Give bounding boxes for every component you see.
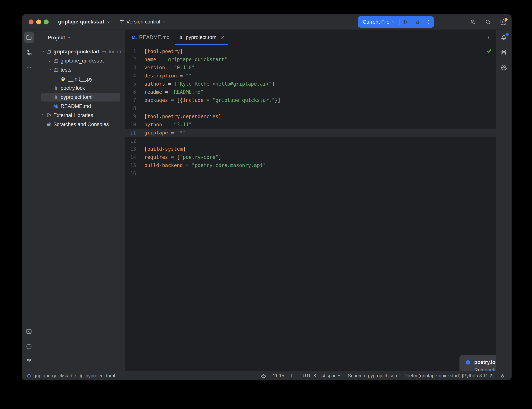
tree-item-label: poetry.lock <box>61 85 85 91</box>
chevron-down-icon[interactable] <box>46 68 53 72</box>
chevron-down-icon[interactable] <box>39 50 46 54</box>
code-line-text <box>143 169 496 177</box>
notifications-badge <box>506 33 509 36</box>
vcs-selector-label: Version control <box>127 19 160 25</box>
code-line-10[interactable]: 10python = "^3.11" <box>125 121 496 129</box>
code-line-2[interactable]: 2name = "griptape-quickstart" <box>125 55 496 64</box>
vcs-selector[interactable]: Version control <box>119 19 166 25</box>
svg-text:[T]: [T] <box>56 88 58 90</box>
tree-item-external-libraries[interactable]: External Libraries <box>36 111 125 120</box>
tree-item-poetry-lock[interactable]: [T]poetry.lock <box>36 84 125 93</box>
notifications-bell-icon[interactable] <box>498 32 509 43</box>
git-branch-icon <box>119 19 125 25</box>
code-line-text: requires = ["poetry-core"] <box>143 153 496 161</box>
breadcrumb-file[interactable]: pyproject.toml <box>86 373 115 379</box>
chevron-down-icon <box>67 36 71 40</box>
code-line-6[interactable]: 6readme = "README.md" <box>125 88 496 96</box>
terminal-tool-icon[interactable] <box>24 326 34 337</box>
tree-item-label: tests <box>61 67 71 73</box>
status-schema[interactable]: Schema: pyproject.json <box>348 373 397 379</box>
code-line-9[interactable]: 9[tool.poetry.dependencies] <box>125 112 496 121</box>
project-tree: griptape-quickstart~/Documegriptape_quic… <box>36 47 125 129</box>
chevron-right-icon[interactable] <box>39 113 46 117</box>
status-indent[interactable]: 4 spaces <box>322 373 341 379</box>
run-configuration-selector[interactable]: Current File <box>358 19 399 25</box>
project-panel-header[interactable]: Project <box>36 30 125 46</box>
code-line-7[interactable]: 7packages = [{include = "griptape_quicks… <box>125 96 496 104</box>
python-icon <box>60 76 66 82</box>
svg-text:[T]: [T] <box>56 97 58 99</box>
line-number: 14 <box>125 153 143 161</box>
project-selector-label: griptape-quickstart <box>58 19 104 25</box>
search-icon[interactable] <box>485 19 492 25</box>
line-number: 12 <box>125 137 143 145</box>
project-tool-icon[interactable] <box>24 32 34 43</box>
close-window-button[interactable] <box>28 19 34 24</box>
settings-gear-icon[interactable] <box>500 19 507 25</box>
status-line-ending[interactable]: LF <box>291 373 296 379</box>
run-button[interactable] <box>399 19 412 25</box>
code-line-text: griptape = "*" <box>143 129 496 137</box>
close-tab-icon[interactable]: ✕ <box>220 35 225 40</box>
tree-item-label: __init__.py <box>68 76 92 82</box>
status-encoding[interactable]: UTF-8 <box>303 373 316 379</box>
project-panel: Project griptape-quickstart~/Documegript… <box>36 30 125 371</box>
code-line-8[interactable]: 8 <box>125 104 496 112</box>
chevron-right-icon[interactable] <box>46 59 53 63</box>
code-line-text: [tool.poetry.dependencies] <box>143 112 496 121</box>
tree-item-tests[interactable]: tests <box>36 65 125 74</box>
info-icon <box>465 360 471 365</box>
status-interpreter[interactable]: Poetry (griptape-quickstart) [Python 3.1… <box>404 373 493 379</box>
code-line-16[interactable]: 16 <box>125 169 496 177</box>
tree-item-griptape-quickstart[interactable]: griptape-quickstart~/Docume <box>36 47 125 56</box>
breadcrumb-separator: › <box>75 373 76 379</box>
ai-assistant-icon[interactable] <box>498 63 509 73</box>
database-tool-icon[interactable] <box>498 47 509 58</box>
structure-tool-icon[interactable] <box>24 47 34 58</box>
run-configuration-label: Current File <box>363 19 389 25</box>
unlock-icon[interactable] <box>500 373 505 379</box>
more-tools-icon[interactable] <box>24 63 34 73</box>
editor-options-kebab-icon[interactable] <box>486 30 491 45</box>
desktop: griptape-quickstart Version control Curr… <box>0 0 532 409</box>
code-line-text: packages = [{include = "griptape_quickst… <box>143 96 496 104</box>
breadcrumb-project[interactable]: griptape-quickstart <box>34 373 73 379</box>
problems-tool-icon[interactable] <box>24 341 34 352</box>
code-line-text: authors = ["Kyle Roche <hello@griptape.a… <box>143 80 496 88</box>
code-line-1[interactable]: 1[tool.poetry] <box>125 47 496 55</box>
tree-item-init-py[interactable]: __init__.py <box>36 74 125 84</box>
project-selector[interactable]: griptape-quickstart <box>58 19 110 25</box>
code-line-5[interactable]: 5authors = ["Kyle Roche <hello@griptape.… <box>125 80 496 88</box>
editor-tab-bar: M↓README.md[T]pyproject.toml✕ <box>125 30 496 45</box>
ai-status-icon[interactable] <box>261 373 266 379</box>
code-line-3[interactable]: 3version = "0.1.0" <box>125 64 496 72</box>
code-line-12[interactable]: 12 <box>125 137 496 145</box>
code-line-13[interactable]: 13[build-system] <box>125 145 496 153</box>
tab-readme-md[interactable]: M↓README.md <box>127 30 174 45</box>
zoom-window-button[interactable] <box>44 19 49 24</box>
folder-icon <box>46 49 52 55</box>
run-widget: Current File <box>358 16 434 28</box>
minimize-window-button[interactable] <box>36 19 41 24</box>
add-user-icon[interactable] <box>469 19 476 25</box>
tree-item-pyproject-toml[interactable]: [T]pyproject.toml <box>36 93 125 102</box>
line-number: 8 <box>125 104 143 112</box>
package-folder-icon <box>53 67 59 73</box>
code-line-11[interactable]: 11griptape = "*" <box>125 129 496 137</box>
more-run-options-button[interactable] <box>424 19 434 25</box>
code-line-15[interactable]: 15build-backend = "poetry.core.masonry.a… <box>125 161 496 169</box>
tree-item-label: pyproject.toml <box>61 94 92 100</box>
title-bar: griptape-quickstart Version control Curr… <box>22 14 512 30</box>
git-tool-icon[interactable] <box>24 356 34 367</box>
markdown-icon: M↓ <box>132 35 137 40</box>
tree-item-scratches-and-consoles[interactable]: Scratches and Consoles <box>36 120 125 129</box>
inspection-ok-check-icon[interactable] <box>486 47 492 54</box>
status-caret-position[interactable]: 11:15 <box>273 373 284 379</box>
debug-button[interactable] <box>412 19 424 25</box>
line-number: 1 <box>125 47 143 55</box>
tab-pyproject-toml[interactable]: [T]pyproject.toml✕ <box>174 30 229 45</box>
tree-item-readme-md[interactable]: M↓README.md <box>36 102 125 111</box>
code-line-14[interactable]: 14requires = ["poetry-core"] <box>125 153 496 161</box>
tree-item-griptape-quickstart[interactable]: griptape_quickstart <box>36 56 125 65</box>
code-line-4[interactable]: 4description = "" <box>125 72 496 80</box>
